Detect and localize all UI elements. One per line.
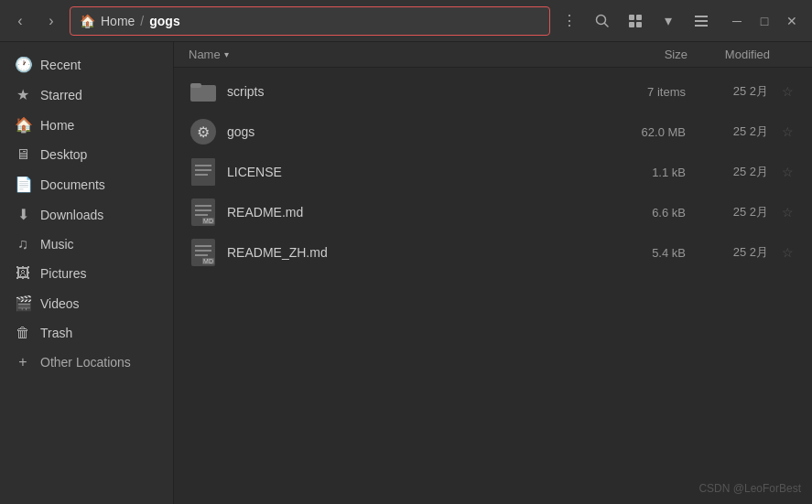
grid-view-icon — [628, 14, 643, 28]
file-row-license[interactable]: LICENSE 1.1 kB 25 2月 ☆ — [174, 152, 812, 192]
sidebar-item-pictures[interactable]: 🖼 Pictures — [0, 259, 173, 288]
file-size-gogs: 62.0 MB — [612, 125, 704, 139]
sidebar-item-other-locations[interactable]: + Other Locations — [0, 348, 173, 377]
sidebar-item-downloads[interactable]: ⬇ Downloads — [0, 199, 173, 230]
svg-rect-13 — [195, 169, 211, 171]
starred-icon: ★ — [15, 86, 31, 103]
view-grid-button[interactable] — [622, 7, 649, 35]
file-row-readme[interactable]: MD README.md 6.6 kB 25 2月 ☆ — [174, 192, 812, 232]
file-modified-readme: 25 2月 — [704, 204, 777, 220]
svg-rect-14 — [195, 174, 208, 176]
sidebar-item-starred[interactable]: ★ Starred — [0, 80, 173, 110]
sidebar-label-recent: Recent — [40, 58, 81, 72]
svg-rect-4 — [629, 22, 634, 27]
window-controls: ─ □ ✕ — [724, 8, 805, 34]
svg-rect-7 — [695, 20, 708, 22]
markdown-icon-readme-zh: MD — [189, 238, 218, 267]
file-area: Name ▾ Size Modified scripts 7 it — [174, 42, 812, 504]
breadcrumb-separator: / — [140, 14, 144, 28]
sidebar-label-starred: Starred — [40, 88, 82, 102]
svg-rect-22 — [195, 254, 208, 256]
file-row-scripts[interactable]: scripts 7 items 25 2月 ☆ — [174, 71, 812, 112]
more-options-button[interactable]: ⋮ — [556, 7, 583, 35]
documents-icon: 📄 — [15, 176, 31, 193]
file-name-scripts: scripts — [227, 84, 612, 99]
svg-rect-2 — [629, 15, 634, 20]
sidebar-label-other-locations: Other Locations — [40, 355, 131, 370]
sidebar-label-videos: Videos — [40, 296, 80, 311]
sidebar-item-music[interactable]: ♫ Music — [0, 230, 173, 259]
list-view-icon — [694, 14, 709, 28]
svg-rect-3 — [636, 15, 642, 20]
breadcrumb-home-label: Home — [101, 14, 135, 28]
file-name-readme: README.md — [227, 205, 612, 220]
close-button[interactable]: ✕ — [779, 8, 805, 34]
file-size-readme: 6.6 kB — [612, 206, 704, 220]
maximize-button[interactable]: □ — [752, 8, 777, 34]
sort-icon: ▾ — [224, 49, 229, 59]
svg-rect-18 — [195, 214, 208, 216]
text-file-icon-license — [189, 157, 218, 187]
main-area: 🕐 Recent ★ Starred 🏠 Home 🖥 Desktop 📄 Do… — [0, 42, 812, 504]
gear-icon: ⚙ — [190, 119, 216, 145]
file-name-gogs: gogs — [227, 124, 612, 139]
home-sidebar-icon: 🏠 — [15, 116, 31, 134]
sidebar-label-downloads: Downloads — [40, 208, 103, 222]
file-size-license: 1.1 kB — [612, 166, 704, 179]
star-button-gogs[interactable]: ☆ — [777, 124, 797, 139]
minimize-button[interactable]: ─ — [724, 8, 750, 34]
file-name-license: LICENSE — [227, 165, 612, 179]
sidebar-label-desktop: Desktop — [40, 147, 87, 162]
file-modified-license: 25 2月 — [704, 164, 777, 180]
svg-rect-10 — [190, 83, 201, 88]
sidebar-label-home: Home — [40, 118, 74, 133]
file-name-readme-zh: README_ZH.md — [227, 245, 612, 260]
file-list-header: Name ▾ Size Modified — [174, 42, 812, 68]
file-modified-gogs: 25 2月 — [704, 123, 777, 140]
svg-rect-12 — [195, 165, 211, 166]
header-size[interactable]: Size — [614, 48, 706, 61]
view-toggle-button[interactable]: ▾ — [655, 7, 682, 35]
sidebar-label-trash: Trash — [40, 326, 72, 340]
add-location-icon: + — [15, 354, 31, 370]
sidebar: 🕐 Recent ★ Starred 🏠 Home 🖥 Desktop 📄 Do… — [0, 42, 174, 504]
svg-rect-16 — [195, 205, 211, 207]
header-modified[interactable]: Modified — [706, 48, 797, 61]
sidebar-item-videos[interactable]: 🎬 Videos — [0, 288, 173, 318]
star-button-readme[interactable]: ☆ — [777, 205, 797, 220]
breadcrumb-current: gogs — [149, 14, 179, 28]
svg-line-1 — [605, 23, 609, 27]
search-button[interactable] — [589, 7, 616, 35]
header-name[interactable]: Name ▾ — [189, 48, 614, 61]
back-button[interactable]: ‹ — [7, 8, 33, 34]
file-size-scripts: 7 items — [612, 85, 704, 99]
sidebar-item-home[interactable]: 🏠 Home — [0, 110, 173, 140]
file-row-readme-zh[interactable]: MD README_ZH.md 5.4 kB 25 2月 ☆ — [174, 232, 812, 273]
breadcrumb[interactable]: 🏠 Home / gogs — [70, 6, 550, 36]
star-button-readme-zh[interactable]: ☆ — [777, 245, 797, 260]
svg-rect-21 — [195, 250, 211, 252]
home-icon: 🏠 — [80, 14, 95, 28]
sidebar-item-desktop[interactable]: 🖥 Desktop — [0, 140, 173, 169]
sidebar-label-pictures: Pictures — [40, 266, 87, 281]
sidebar-item-recent[interactable]: 🕐 Recent — [0, 49, 173, 80]
trash-icon: 🗑 — [15, 325, 31, 341]
file-size-readme-zh: 5.4 kB — [612, 246, 704, 260]
sidebar-item-documents[interactable]: 📄 Documents — [0, 169, 173, 199]
desktop-icon: 🖥 — [15, 146, 31, 163]
svg-rect-17 — [195, 209, 211, 211]
file-row-gogs[interactable]: ⚙ gogs 62.0 MB 25 2月 ☆ — [174, 112, 812, 152]
star-button-license[interactable]: ☆ — [777, 165, 797, 179]
titlebar: ‹ › 🏠 Home / gogs ⋮ ▾ ─ □ ✕ — [0, 0, 812, 42]
svg-rect-6 — [695, 16, 708, 17]
videos-icon: 🎬 — [15, 295, 31, 312]
forward-button[interactable]: › — [38, 8, 64, 34]
view-list-button[interactable] — [687, 7, 715, 35]
file-modified-readme-zh: 25 2月 — [704, 244, 777, 261]
recent-icon: 🕐 — [15, 56, 31, 73]
svg-rect-11 — [191, 158, 215, 186]
music-icon: ♫ — [15, 236, 31, 252]
star-button-scripts[interactable]: ☆ — [777, 84, 797, 99]
sidebar-item-trash[interactable]: 🗑 Trash — [0, 318, 173, 348]
file-list: scripts 7 items 25 2月 ☆ ⚙ gogs 62.0 MB 2… — [174, 68, 812, 504]
